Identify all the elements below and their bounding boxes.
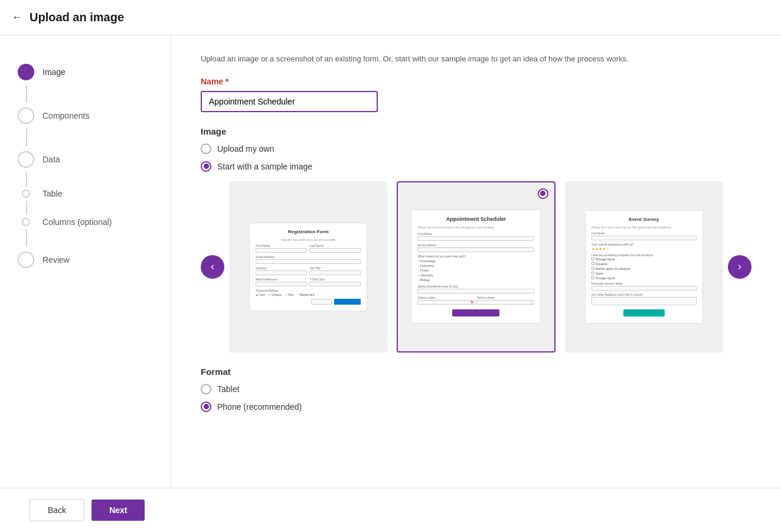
survey-form-preview: Event Survey Please fill in this Event S… bbox=[585, 210, 703, 324]
upload-own-label: Upload my own bbox=[217, 144, 275, 154]
step-connector-4 bbox=[26, 201, 27, 215]
name-input[interactable] bbox=[201, 91, 378, 112]
carousel-images: Registration Form Register now while slo… bbox=[224, 181, 728, 353]
appointment-card-radio bbox=[538, 188, 548, 199]
instructions-text: Upload an image or a screenshot of an ex… bbox=[201, 53, 751, 65]
step-label-columns: Columns (optional) bbox=[43, 217, 112, 227]
sidebar-item-review[interactable]: Review bbox=[18, 247, 153, 273]
format-section-title: Format bbox=[201, 367, 751, 377]
step-label-components: Components bbox=[43, 111, 89, 120]
name-field-label: Name * bbox=[201, 77, 751, 86]
image-card-survey[interactable]: Event Survey Please fill in this Event S… bbox=[565, 181, 723, 353]
step-circle-image bbox=[18, 64, 34, 80]
sample-image-label: Start with a sample image bbox=[217, 162, 312, 171]
sample-image-radio[interactable] bbox=[201, 161, 211, 172]
carousel-prev-button[interactable]: ‹ bbox=[201, 255, 224, 279]
footer: Back Next bbox=[0, 488, 781, 532]
carousel-next-button[interactable]: › bbox=[728, 255, 751, 279]
sidebar-item-image[interactable]: Image bbox=[18, 59, 153, 85]
step-connector-2 bbox=[26, 129, 27, 146]
phone-option[interactable]: Phone (recommended) bbox=[201, 402, 751, 412]
step-label-review: Review bbox=[43, 255, 70, 265]
step-label-image: Image bbox=[43, 67, 66, 77]
step-circle-review bbox=[18, 252, 34, 268]
step-circle-components bbox=[18, 107, 34, 124]
phone-radio-dot bbox=[204, 404, 209, 409]
phone-radio[interactable] bbox=[201, 402, 211, 412]
step-label-table: Table bbox=[43, 189, 62, 198]
upload-own-radio[interactable] bbox=[201, 143, 211, 154]
header: ← Upload an image bbox=[0, 0, 781, 35]
step-connector-1 bbox=[26, 85, 27, 103]
step-label-data: Data bbox=[43, 155, 60, 164]
image-section-title: Image bbox=[201, 126, 751, 136]
content-area: Upload an image or a screenshot of an ex… bbox=[171, 35, 781, 488]
page-title: Upload an image bbox=[30, 11, 124, 24]
sample-image-radio-dot bbox=[204, 164, 209, 169]
appointment-form-preview: Appointment Scheduler Please fill in the… bbox=[411, 210, 541, 324]
sample-image-option[interactable]: Start with a sample image bbox=[201, 161, 751, 172]
tablet-option[interactable]: Tablet bbox=[201, 384, 751, 394]
step-circle-data bbox=[18, 151, 34, 168]
sidebar-item-columns[interactable]: Columns (optional) bbox=[18, 215, 153, 229]
sidebar-item-components[interactable]: Components bbox=[18, 103, 153, 129]
back-button[interactable]: Back bbox=[30, 499, 84, 521]
step-circle-table bbox=[22, 190, 30, 198]
tablet-radio[interactable] bbox=[201, 384, 211, 394]
format-section: Format Tablet Phone (recommended) bbox=[201, 367, 751, 412]
main-layout: Image Components Data Table Columns (opt… bbox=[0, 35, 781, 488]
next-button[interactable]: Next bbox=[92, 500, 145, 521]
sidebar: Image Components Data Table Columns (opt… bbox=[0, 35, 171, 488]
image-carousel: ‹ Registration Form Register now while s… bbox=[201, 181, 751, 353]
step-connector-5 bbox=[26, 229, 27, 247]
back-icon: ← bbox=[12, 11, 22, 24]
sidebar-item-data[interactable]: Data bbox=[18, 146, 153, 172]
upload-own-option[interactable]: Upload my own bbox=[201, 143, 751, 154]
image-card-appointment[interactable]: Appointment Scheduler Please fill in the… bbox=[397, 181, 555, 353]
step-connector-3 bbox=[26, 172, 27, 187]
appointment-card-radio-dot bbox=[540, 191, 545, 196]
tablet-label: Tablet bbox=[217, 384, 239, 394]
registration-form-preview: Registration Form Register now while slo… bbox=[249, 223, 367, 311]
step-circle-columns bbox=[22, 218, 30, 226]
phone-label: Phone (recommended) bbox=[217, 402, 302, 412]
back-nav[interactable]: ← Upload an image bbox=[12, 11, 124, 24]
sidebar-item-table[interactable]: Table bbox=[18, 187, 153, 201]
image-card-registration[interactable]: Registration Form Register now while slo… bbox=[229, 181, 387, 353]
required-star: * bbox=[223, 77, 228, 86]
